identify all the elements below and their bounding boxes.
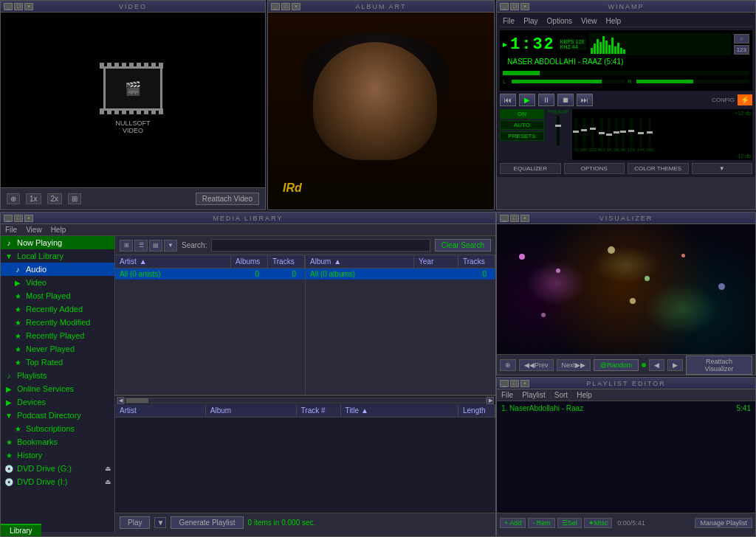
view-btn-2[interactable]: ☰ xyxy=(134,240,148,252)
eq-auto-btn[interactable]: AUTO xyxy=(500,120,544,130)
pl-sel-btn[interactable]: ☰Sel xyxy=(557,518,582,528)
viz-prev-btn[interactable]: ◀◀Prev xyxy=(519,359,554,371)
video-fullscreen-btn[interactable]: ⊞ xyxy=(68,193,81,204)
sidebar-item-local-library[interactable]: ▼ Local Library xyxy=(1,249,114,263)
play-footer-btn[interactable]: Play xyxy=(120,516,150,529)
eq-band-2-track[interactable] xyxy=(583,117,585,147)
scroll-left-btn[interactable]: ◀ xyxy=(117,397,124,404)
album-art-minimize-btn[interactable]: _ xyxy=(271,3,280,10)
artist-row-all[interactable]: All (0 artists) 0 0 xyxy=(115,268,305,280)
winamp-maximize-btn[interactable]: □ xyxy=(510,3,519,10)
viz-next-btn[interactable]: Next▶▶ xyxy=(557,359,591,371)
viz-expand-btn[interactable]: ⊕ xyxy=(500,359,516,371)
sidebar-item-playlists[interactable]: ♪ Playlists xyxy=(1,369,114,382)
playlist-window-controls[interactable]: _ □ × xyxy=(500,380,529,387)
album-art-close-btn[interactable]: × xyxy=(292,3,300,10)
ml-menu-view[interactable]: View xyxy=(26,226,42,234)
equalizer-btn[interactable]: EQUALIZER xyxy=(500,163,561,174)
sidebar-item-never-played[interactable]: ★ Never Played xyxy=(1,342,114,356)
view-btn-1[interactable]: ⊞ xyxy=(120,240,133,252)
eq-band-8-track[interactable] xyxy=(630,117,633,147)
artist-col-header[interactable]: Artist ▲ xyxy=(115,255,231,268)
sidebar-item-now-playing[interactable]: ♪ Now Playing xyxy=(1,236,114,249)
play-btn[interactable]: ▶ xyxy=(519,94,535,106)
album-col-header[interactable]: Album ▲ xyxy=(306,255,414,268)
pl-misc-btn[interactable]: ✦Misc xyxy=(584,518,613,528)
scroll-right-btn[interactable]: ▶ xyxy=(487,397,494,404)
eq-band-1-track[interactable] xyxy=(574,117,577,147)
sidebar-item-recently-modified[interactable]: ★ Recently Modified xyxy=(1,316,114,329)
track-num-col[interactable]: Track # xyxy=(297,404,341,417)
video-1x-btn[interactable]: 1x xyxy=(26,193,41,204)
eq-presets-btn[interactable]: PRESETS xyxy=(500,131,544,141)
ml-close-btn[interactable]: × xyxy=(24,215,33,222)
sidebar-item-dvd-g[interactable]: 💿 DVD Drive (G:) ⏏ xyxy=(1,462,114,475)
sidebar-item-history[interactable]: ★ History xyxy=(1,448,114,462)
sidebar-item-bookmarks[interactable]: ★ Bookmarks xyxy=(1,435,114,448)
balance-bar[interactable] xyxy=(636,80,749,83)
pl-menu-playlist[interactable]: Playlist xyxy=(522,391,546,399)
clear-search-btn[interactable]: Clear Search xyxy=(435,239,491,252)
viz-minimize-btn[interactable]: _ xyxy=(500,215,509,222)
eq-on-btn[interactable]: ON xyxy=(500,109,544,119)
play-dropdown-btn[interactable]: ▼ xyxy=(154,517,166,528)
track-album-col[interactable]: Album xyxy=(206,404,297,417)
generate-playlist-btn[interactable]: Generate Playlist xyxy=(171,516,243,529)
sidebar-item-devices[interactable]: ▶ Devices xyxy=(1,395,114,409)
video-minimize-btn[interactable]: _ xyxy=(4,3,13,10)
sidebar-item-subscriptions[interactable]: ★ Subscriptions xyxy=(1,422,114,435)
viz-window-controls[interactable]: _ □ × xyxy=(500,215,529,222)
pl-menu-sort[interactable]: Sort xyxy=(554,391,568,399)
winamp-option-btn[interactable]: ○ xyxy=(734,34,749,44)
library-tab[interactable]: Library xyxy=(1,524,41,536)
search-input[interactable] xyxy=(211,239,430,252)
winamp-seek-bar[interactable] xyxy=(503,71,749,75)
scrollbar-track[interactable] xyxy=(124,398,487,403)
video-window-controls[interactable]: _ □ × xyxy=(4,3,33,10)
video-2x-btn[interactable]: 2x xyxy=(47,193,63,204)
album-art-controls[interactable]: _ □ × xyxy=(271,3,300,10)
sidebar-item-top-rated[interactable]: ★ Top Rated xyxy=(1,356,114,369)
winamp-eq-btn[interactable]: 123 xyxy=(734,45,749,55)
eq-band-3-track[interactable] xyxy=(591,117,594,147)
prev-btn[interactable]: ⏮ xyxy=(500,94,516,106)
playlist-close-btn[interactable]: × xyxy=(520,380,529,387)
winamp-menu-play[interactable]: Play xyxy=(523,17,537,25)
track-title-col[interactable]: Title ▲ xyxy=(341,404,458,417)
ml-maximize-btn[interactable]: □ xyxy=(14,215,23,222)
pl-rem-btn[interactable]: - Rem xyxy=(528,518,555,528)
winamp-menu-options[interactable]: Options xyxy=(547,17,572,25)
dvd-g-eject-icon[interactable]: ⏏ xyxy=(105,465,111,472)
winamp-close-btn[interactable]: × xyxy=(520,3,529,10)
video-zoom-out-btn[interactable]: ⊕ xyxy=(7,193,20,204)
winamp-menu-help[interactable]: Help xyxy=(606,17,622,25)
sidebar-item-online-services[interactable]: ▶ Online Services xyxy=(1,382,114,395)
sidebar-item-video[interactable]: ▶ Video xyxy=(1,276,114,289)
eq-band-7-track[interactable] xyxy=(622,117,625,147)
ml-scrollbar-horizontal[interactable]: ◀ ▶ xyxy=(115,395,495,404)
options-btn[interactable]: OPTIONS xyxy=(564,163,625,174)
viz-maximize-btn[interactable]: □ xyxy=(510,215,519,222)
tracks-col-header[interactable]: Tracks xyxy=(268,255,305,268)
sidebar-item-most-played[interactable]: ★ Most Played xyxy=(1,289,114,302)
viz-forward-btn[interactable]: ▶ xyxy=(667,359,683,371)
playlist-maximize-btn[interactable]: □ xyxy=(510,380,519,387)
winamp-menu-view[interactable]: View xyxy=(581,17,597,25)
viz-random-btn[interactable]: @Random xyxy=(594,359,639,371)
winamp-minimize-btn[interactable]: _ xyxy=(500,3,509,10)
ml-minimize-btn[interactable]: _ xyxy=(4,215,13,222)
pl-menu-file[interactable]: File xyxy=(501,391,513,399)
color-themes-btn[interactable]: COLOR THEMES xyxy=(628,163,689,174)
eq-band-10-track[interactable] xyxy=(648,117,651,147)
video-maximize-btn[interactable]: □ xyxy=(14,3,23,10)
playlist-minimize-btn[interactable]: _ xyxy=(500,380,509,387)
dvd-i-eject-icon[interactable]: ⏏ xyxy=(105,478,111,485)
ml-menu-file[interactable]: File xyxy=(5,226,17,234)
albums-col-header[interactable]: Albums xyxy=(231,255,268,268)
pause-btn[interactable]: ⏸ xyxy=(538,94,554,106)
sidebar-item-audio[interactable]: ♪ Audio xyxy=(1,263,114,276)
track-artist-col[interactable]: Artist xyxy=(115,404,206,417)
winamp-controls[interactable]: _ □ × xyxy=(500,3,529,10)
pl-manage-btn[interactable]: Manage Playlist xyxy=(695,518,752,528)
video-close-btn[interactable]: × xyxy=(24,3,33,10)
